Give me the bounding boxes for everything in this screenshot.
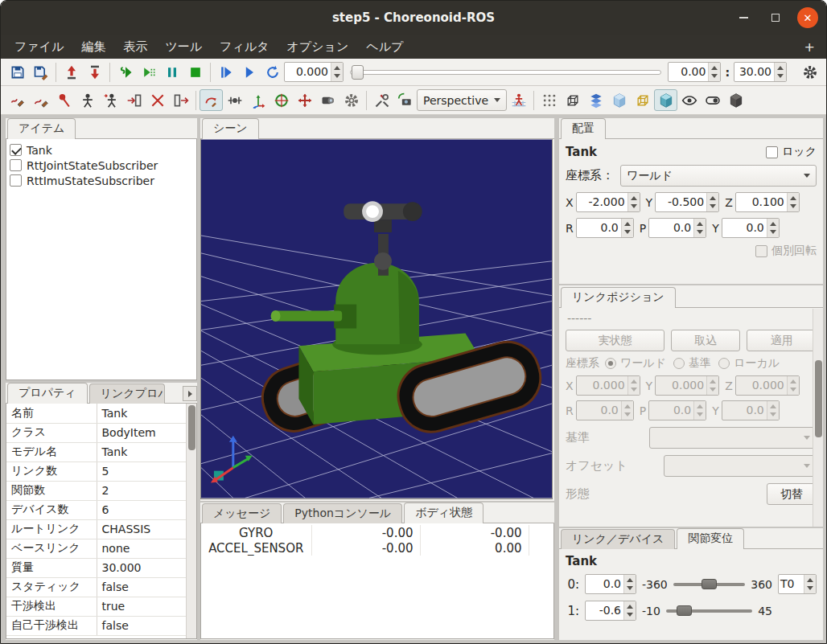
collision-toggle-button[interactable]	[146, 89, 169, 111]
scrollbar-thumb[interactable]	[815, 360, 822, 437]
pitch-spinbox[interactable]: 0.0	[648, 218, 706, 238]
spin-arrows-icon[interactable]	[787, 193, 799, 211]
table-row[interactable]: 名前Tank	[6, 404, 187, 423]
yaw-spinbox[interactable]: 0.0	[722, 218, 780, 238]
slider-handle[interactable]	[677, 605, 692, 616]
resume-simulation-button[interactable]	[137, 61, 160, 83]
apply-button[interactable]: 適用	[747, 330, 817, 351]
start-simulation-button[interactable]	[113, 61, 137, 83]
refresh-button[interactable]	[261, 61, 284, 83]
checkin-button[interactable]	[83, 61, 106, 83]
tank-checkbox[interactable]	[10, 144, 22, 156]
tab-python-console[interactable]: Pythonコンソール	[283, 503, 402, 523]
joint-subscriber-checkbox[interactable]	[10, 159, 22, 171]
individual-rotation-checkbox[interactable]: 個別回転	[755, 244, 817, 258]
coord-combo[interactable]: ワールド	[620, 165, 817, 187]
spin-arrows-icon[interactable]	[621, 401, 633, 420]
camera-move-button[interactable]	[393, 89, 417, 111]
menu-view[interactable]: 表示	[114, 37, 156, 57]
tab-items[interactable]: アイテム	[7, 118, 76, 139]
maximize-button[interactable]	[765, 7, 786, 28]
save-as-button[interactable]	[29, 61, 52, 83]
spin-arrows-icon[interactable]	[627, 193, 640, 211]
collision-visualization-button[interactable]	[507, 89, 530, 111]
tree-item-imu-subscriber[interactable]: RttImuStateSubscriber	[6, 173, 196, 188]
joint-1-slider[interactable]	[666, 605, 752, 617]
tab-message[interactable]: メッセージ	[202, 503, 282, 523]
table-row[interactable]: クラスBodyItem	[6, 423, 187, 442]
base-combo[interactable]	[649, 427, 817, 449]
table-row[interactable]: 自己干渉検出false	[6, 616, 187, 635]
local-radio[interactable]	[718, 358, 730, 369]
time-slider[interactable]	[350, 64, 661, 81]
table-row[interactable]: ルートリンクCHASSIS	[6, 519, 187, 539]
minimize-button[interactable]	[733, 7, 754, 28]
spin-arrows-icon[interactable]	[621, 219, 633, 237]
scrollbar-thumb[interactable]	[188, 405, 195, 450]
projection-combo[interactable]: Perspective	[417, 89, 507, 111]
spin-arrows-icon[interactable]	[693, 401, 706, 420]
spin-arrows-icon[interactable]	[331, 63, 343, 81]
imu-subscriber-checkbox[interactable]	[10, 174, 22, 187]
actual-state-button[interactable]: 実状態	[566, 330, 664, 351]
spin-arrows-icon[interactable]	[693, 219, 706, 237]
y-spinbox[interactable]: 0.000	[655, 375, 719, 396]
scene-edit-mode-button[interactable]	[200, 89, 223, 111]
pause-simulation-button[interactable]	[160, 61, 183, 83]
joint-0-slider[interactable]	[673, 578, 745, 591]
spin-arrows-icon[interactable]	[767, 219, 779, 237]
table-row[interactable]: 関節数2	[6, 481, 187, 500]
spin-arrows-icon[interactable]	[623, 601, 636, 620]
link-position-scrollbar[interactable]	[813, 309, 823, 527]
slider-handle[interactable]	[702, 579, 717, 589]
solid-rendering-button[interactable]	[607, 89, 631, 111]
wireframe-rendering-button[interactable]	[561, 89, 584, 111]
translation-dragger-button[interactable]	[293, 89, 316, 111]
tab-scene[interactable]: シーン	[202, 118, 259, 139]
yaw-spinbox[interactable]: 0.0	[722, 400, 780, 420]
menu-file[interactable]: ファイル	[6, 37, 72, 57]
visibility-button[interactable]	[677, 89, 701, 111]
table-row[interactable]: リンク数5	[6, 461, 187, 481]
spin-arrows-icon[interactable]	[623, 575, 636, 593]
lock-checkbox[interactable]: ロック	[766, 145, 817, 159]
shaded-rendering-button[interactable]	[654, 89, 677, 111]
tab-body-state[interactable]: ボディ状態	[404, 502, 483, 523]
menu-overflow-button[interactable]: +	[798, 39, 821, 55]
tab-link-position[interactable]: リンクポジション	[561, 287, 676, 308]
spin-arrows-icon[interactable]	[787, 376, 799, 395]
playback-initialize-button[interactable]	[214, 61, 237, 83]
projector-button[interactable]	[316, 89, 339, 111]
range-start-spinbox[interactable]: 0.00	[668, 62, 721, 82]
checkbox-icon[interactable]	[755, 245, 767, 257]
joint-0-spinbox[interactable]: 0.0	[585, 574, 636, 594]
close-button[interactable]: ✕	[797, 7, 818, 28]
roll-spinbox[interactable]: 0.0	[576, 400, 634, 420]
table-row[interactable]: デバイス数6	[6, 500, 187, 519]
scene-config-button[interactable]	[339, 89, 363, 111]
highlight-toggle-button[interactable]	[701, 89, 724, 111]
menu-tools[interactable]: ツール	[156, 37, 211, 57]
timebar-config-button[interactable]	[798, 61, 821, 83]
z-spinbox[interactable]: 0.000	[735, 375, 800, 396]
drag-rotation-button[interactable]	[29, 89, 52, 111]
table-row[interactable]: ベースリンクnone	[6, 539, 187, 558]
joint-1-spinbox[interactable]: -0.6	[585, 601, 636, 621]
table-row[interactable]: スタティックfalse	[6, 577, 187, 597]
x-spinbox[interactable]: -2.000	[576, 192, 640, 212]
tab-scroll-right-button[interactable]	[183, 386, 197, 401]
center-target-button[interactable]	[269, 89, 293, 111]
world-radio[interactable]	[605, 358, 616, 369]
bounding-box-button[interactable]	[631, 89, 654, 111]
tab-placement[interactable]: 配置	[561, 118, 606, 139]
body-move-button[interactable]	[99, 89, 122, 111]
point-rendering-button[interactable]	[537, 89, 561, 111]
checkbox-icon[interactable]	[766, 146, 778, 158]
range-end-spinbox[interactable]: 30.00	[734, 62, 787, 82]
menu-help[interactable]: ヘルプ	[357, 37, 412, 57]
spin-arrows-icon[interactable]	[767, 401, 779, 420]
drag-translation-button[interactable]	[6, 89, 29, 111]
property-scrollbar[interactable]	[186, 404, 196, 638]
switch-button[interactable]: 切替	[767, 483, 817, 505]
menu-options[interactable]: オプション	[278, 37, 358, 57]
